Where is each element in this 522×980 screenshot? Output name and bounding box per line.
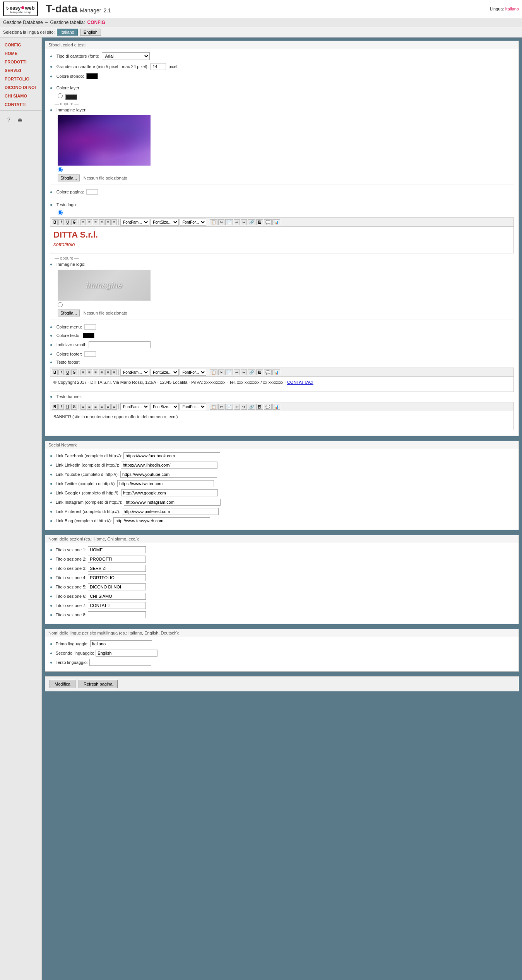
lang-btn-italiano[interactable]: Italiano: [57, 29, 77, 36]
rte-link[interactable]: 🔗: [248, 219, 255, 225]
rte3-ol[interactable]: ≡: [111, 404, 117, 410]
sezione2-input[interactable]: [88, 556, 146, 563]
rte3-area[interactable]: BANNER (sito in manutenzione oppure offe…: [50, 411, 514, 430]
youtube-input[interactable]: [120, 471, 217, 478]
rte-table[interactable]: 📊: [272, 219, 280, 225]
rte2-ul[interactable]: ≡: [105, 369, 111, 375]
logo-text-radio[interactable]: [58, 210, 63, 215]
rte3-ul[interactable]: ≡: [105, 404, 111, 410]
sidebar-item-portfolio[interactable]: PORTFOLIO: [0, 75, 41, 83]
blog-input[interactable]: [113, 517, 210, 524]
rte-font-size[interactable]: FontSize...: [150, 219, 179, 226]
sidebar-item-contatti[interactable]: CONTATTI: [0, 100, 41, 109]
rte3-copy[interactable]: 📋: [210, 404, 217, 410]
sidebar-item-home[interactable]: HOME: [0, 49, 41, 58]
rte2-align-right[interactable]: ≡: [93, 369, 98, 375]
layer-color-swatch[interactable]: [65, 94, 77, 100]
rte-copy[interactable]: 📋: [210, 219, 217, 225]
refresh-button[interactable]: Refresh pagina: [79, 680, 118, 688]
google-input[interactable]: [121, 489, 218, 496]
layer-color-radio[interactable]: [58, 93, 63, 98]
instagram-input[interactable]: [124, 499, 221, 506]
rte-ul[interactable]: ≡: [105, 219, 111, 225]
rte3-align-right[interactable]: ≡: [93, 404, 98, 410]
rte2-redo[interactable]: ↪: [241, 369, 247, 375]
rte-italic[interactable]: I: [58, 219, 64, 225]
rte2-align-center[interactable]: ≡: [87, 369, 92, 375]
modifica-button[interactable]: Modifica: [50, 680, 75, 688]
page-color-swatch[interactable]: [86, 189, 98, 195]
layer-browse-btn[interactable]: Sfoglia...: [58, 174, 80, 181]
logo-browse-btn[interactable]: Sfoglia...: [58, 310, 80, 316]
lang-btn-english[interactable]: English: [80, 29, 101, 36]
footer-color-swatch[interactable]: [84, 351, 96, 357]
rte3-image[interactable]: 🖼: [256, 404, 263, 410]
rte-image[interactable]: 🖼: [256, 219, 263, 225]
exit-icon[interactable]: ⏏: [15, 115, 24, 124]
rte3-table[interactable]: 📊: [272, 404, 280, 410]
rte3-paste[interactable]: 📄: [225, 404, 233, 410]
rte3-redo[interactable]: ↪: [241, 404, 247, 410]
rte2-justify[interactable]: ≡: [99, 369, 104, 375]
sezione7-input[interactable]: [88, 602, 146, 609]
rte2-strike[interactable]: S: [71, 369, 77, 375]
rte3-align-center[interactable]: ≡: [87, 404, 92, 410]
rte-justify[interactable]: ≡: [99, 219, 104, 225]
rte2-underline[interactable]: U: [65, 369, 70, 375]
sezione6-input[interactable]: [88, 593, 146, 600]
bg-color-swatch[interactable]: [86, 73, 98, 79]
rte3-strike[interactable]: S: [71, 404, 77, 410]
rte-underline[interactable]: U: [65, 219, 70, 225]
linkedin-input[interactable]: [121, 462, 217, 469]
rte3-link[interactable]: 🔗: [248, 404, 255, 410]
rte3-font-size[interactable]: FontSize...: [150, 403, 179, 410]
sezione4-input[interactable]: [88, 574, 146, 581]
font-select[interactable]: Arial Verdana Times New Roman Georgia: [102, 52, 150, 60]
rte-align-right[interactable]: ≡: [93, 219, 98, 225]
rte3-italic[interactable]: I: [58, 404, 64, 410]
rte2-font-size[interactable]: FontSize...: [150, 369, 179, 376]
rte-quote[interactable]: 💬: [264, 219, 272, 225]
rte2-bold[interactable]: B: [52, 369, 58, 375]
facebook-input[interactable]: [123, 452, 220, 459]
rte3-bold[interactable]: B: [52, 404, 58, 410]
rte2-cut[interactable]: ✂: [218, 369, 224, 375]
terzo-linguaggio-input[interactable]: [89, 659, 151, 666]
email-input[interactable]: info@ditta.it: [89, 341, 151, 348]
rte2-table[interactable]: 📊: [272, 369, 280, 375]
twitter-input[interactable]: [117, 480, 214, 487]
rte2-area[interactable]: © Copyright 2017 - DITTA S.r.l. Via Mari…: [50, 376, 514, 392]
sezione1-input[interactable]: [88, 546, 146, 553]
rte3-underline[interactable]: U: [65, 404, 70, 410]
rte-paste[interactable]: 📄: [225, 219, 233, 225]
rte2-font-family[interactable]: FontFam...: [120, 369, 149, 376]
rte-align-center[interactable]: ≡: [87, 219, 92, 225]
rte2-ol[interactable]: ≡: [111, 369, 117, 375]
sidebar-item-servizi[interactable]: SERVIZI: [0, 66, 41, 75]
sidebar-item-config[interactable]: CONFIG: [0, 41, 41, 49]
logo-image-radio[interactable]: [58, 302, 63, 307]
sezione8-input[interactable]: [88, 611, 146, 618]
footer-link[interactable]: CONTATTACI: [287, 380, 313, 385]
rte-redo[interactable]: ↪: [241, 219, 247, 225]
rte3-justify[interactable]: ≡: [99, 404, 104, 410]
rte-font-format[interactable]: FontFor...: [180, 219, 206, 226]
rte-font-family[interactable]: FontFam...: [120, 219, 149, 226]
rte3-font-family[interactable]: FontFam...: [120, 403, 149, 410]
lingua-link[interactable]: Italiano: [505, 7, 519, 11]
sidebar-item-dicono[interactable]: DICONO DI NOI: [0, 83, 41, 92]
rte3-cut[interactable]: ✂: [218, 404, 224, 410]
rte3-undo[interactable]: ↩: [234, 404, 240, 410]
font-size-input[interactable]: [151, 63, 166, 70]
rte3-font-format[interactable]: FontFor...: [180, 403, 206, 410]
sezione5-input[interactable]: [88, 583, 146, 590]
rte2-image[interactable]: 🖼: [256, 369, 263, 375]
primo-linguaggio-input[interactable]: [90, 640, 152, 647]
rte2-align-left[interactable]: ≡: [80, 369, 86, 375]
sezione3-input[interactable]: [88, 565, 146, 572]
rte2-quote[interactable]: 💬: [264, 369, 272, 375]
rte2-undo[interactable]: ↩: [234, 369, 240, 375]
rte2-link[interactable]: 🔗: [248, 369, 255, 375]
rte2-italic[interactable]: I: [58, 369, 64, 375]
secondo-linguaggio-input[interactable]: [96, 650, 157, 657]
